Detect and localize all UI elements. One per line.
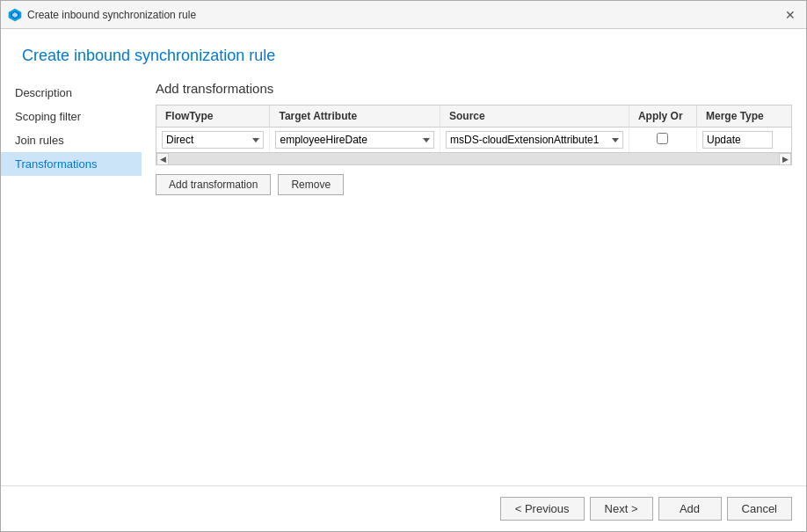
horizontal-scrollbar[interactable]: ◀ ▶ [156, 152, 791, 164]
source-cell: msDS-cloudExtensionAttribute1 [440, 128, 629, 153]
sidebar-item-description[interactable]: Description [1, 81, 142, 105]
col-header-target: Target Attribute [270, 106, 440, 128]
window-title: Create inbound synchronization rule [27, 9, 196, 21]
col-header-flowtype: FlowType [156, 106, 270, 128]
sidebar-item-transformations[interactable]: Transformations [1, 152, 142, 176]
col-header-source: Source [440, 106, 629, 128]
app-icon [8, 8, 22, 22]
sidebar: Description Scoping filter Join rules Tr… [1, 74, 142, 485]
target-attribute-cell: employeeHireDate [270, 128, 440, 153]
footer: < Previous Next > Add Cancel [1, 485, 806, 531]
main-window: Create inbound synchronization rule ✕ Cr… [0, 0, 807, 532]
page-header: Create inbound synchronization rule [1, 29, 806, 74]
main-area: Description Scoping filter Join rules Tr… [1, 74, 806, 485]
title-bar-left: Create inbound synchronization rule [8, 8, 196, 22]
content-area: Create inbound synchronization rule Desc… [1, 29, 806, 485]
col-header-merge: Merge Type [696, 106, 791, 128]
scroll-left-arrow[interactable]: ◀ [156, 153, 169, 165]
target-attribute-select[interactable]: employeeHireDate [275, 131, 433, 149]
page-title: Create inbound synchronization rule [22, 47, 785, 65]
remove-button[interactable]: Remove [278, 174, 344, 195]
flowtype-select[interactable]: Direct Constant Expression [162, 131, 264, 149]
merge-type-cell [696, 128, 791, 153]
right-panel: Add transformations FlowType Target Attr… [142, 74, 806, 485]
action-buttons: Add transformation Remove [156, 174, 792, 195]
scroll-right-arrow[interactable]: ▶ [779, 153, 791, 165]
sidebar-item-scoping-filter[interactable]: Scoping filter [1, 105, 142, 128]
transformations-table-container: FlowType Target Attribute Source Apply O… [156, 105, 792, 165]
source-select[interactable]: msDS-cloudExtensionAttribute1 [446, 131, 623, 149]
next-button[interactable]: Next > [590, 497, 653, 521]
apply-once-checkbox[interactable] [657, 133, 668, 144]
section-title: Add transformations [156, 81, 792, 96]
apply-once-cell [629, 128, 696, 153]
merge-type-input[interactable] [702, 131, 773, 149]
col-header-apply: Apply Or [629, 106, 696, 128]
table-row: Direct Constant Expression employeeHireD… [156, 128, 791, 153]
cancel-button[interactable]: Cancel [727, 497, 792, 521]
title-bar: Create inbound synchronization rule ✕ [1, 1, 806, 29]
previous-button[interactable]: < Previous [500, 497, 585, 521]
scroll-track [169, 153, 779, 165]
transformations-table: FlowType Target Attribute Source Apply O… [156, 106, 791, 152]
sidebar-item-join-rules[interactable]: Join rules [1, 128, 142, 152]
add-button[interactable]: Add [658, 497, 722, 521]
add-transformation-button[interactable]: Add transformation [156, 174, 271, 195]
flowtype-cell: Direct Constant Expression [156, 128, 270, 153]
close-button[interactable]: ✕ [782, 6, 799, 24]
